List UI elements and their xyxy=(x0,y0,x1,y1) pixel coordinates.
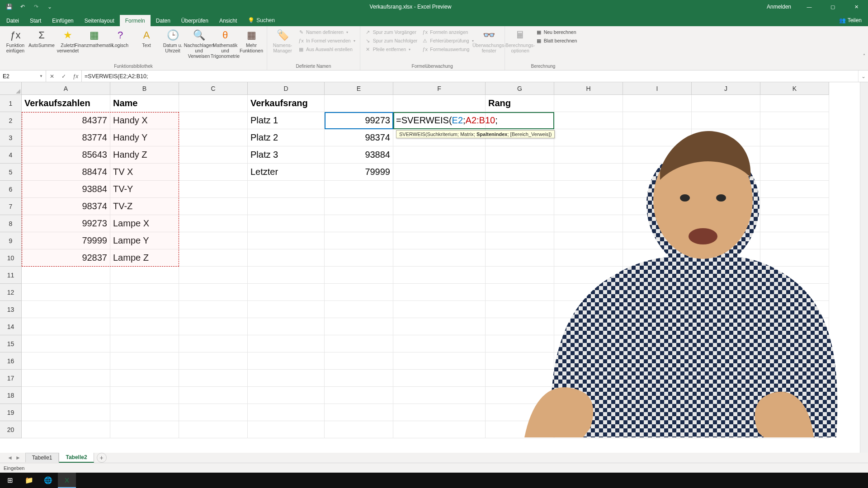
cell-E15[interactable] xyxy=(325,335,393,352)
cell-G10[interactable] xyxy=(486,249,554,267)
cell-D18[interactable] xyxy=(248,387,325,404)
edge-icon[interactable]: 🌐 xyxy=(39,473,57,488)
column-header-E[interactable]: E xyxy=(325,82,393,95)
column-header-B[interactable]: B xyxy=(110,82,179,95)
collapse-ribbon-icon[interactable]: ˄ xyxy=(863,53,865,58)
cell-H4[interactable] xyxy=(554,146,623,164)
cell-H12[interactable] xyxy=(554,284,623,301)
cell-I11[interactable] xyxy=(623,267,692,284)
cell-A13[interactable] xyxy=(22,301,110,318)
cell-D20[interactable] xyxy=(248,421,325,438)
fx-button-icon[interactable]: ƒx xyxy=(70,73,81,80)
vertical-scrollbar[interactable] xyxy=(860,82,868,453)
cell-H10[interactable] xyxy=(554,249,623,267)
row-header-8[interactable]: 8 xyxy=(0,215,22,232)
cell-K5[interactable] xyxy=(760,164,829,181)
cell-H14[interactable] xyxy=(554,318,623,335)
row-header-18[interactable]: 18 xyxy=(0,387,22,404)
cell-H3[interactable] xyxy=(554,129,623,146)
enter-icon[interactable]: ✓ xyxy=(58,73,70,80)
cell-D4[interactable]: Platz 3 xyxy=(248,146,325,164)
row-header-16[interactable]: 16 xyxy=(0,352,22,370)
cell-F18[interactable] xyxy=(393,387,486,404)
cell-G19[interactable] xyxy=(486,404,554,421)
minimize-button[interactable]: — xyxy=(799,0,819,14)
cell-J11[interactable] xyxy=(692,267,760,284)
cell-I13[interactable] xyxy=(623,301,692,318)
cell-D2[interactable]: Platz 1 xyxy=(248,112,325,129)
cell-E17[interactable] xyxy=(325,370,393,387)
row-header-6[interactable]: 6 xyxy=(0,181,22,198)
cell-E5[interactable]: 79999 xyxy=(325,164,393,181)
column-header-I[interactable]: I xyxy=(623,82,692,95)
cell-B5[interactable]: TV X xyxy=(110,164,179,181)
cell-F15[interactable] xyxy=(393,335,486,352)
cell-B2[interactable]: Handy X xyxy=(110,112,179,129)
cell-F17[interactable] xyxy=(393,370,486,387)
cell-E1[interactable] xyxy=(325,95,393,112)
cell-C7[interactable] xyxy=(179,198,248,215)
row-header-2[interactable]: 2 xyxy=(0,112,22,129)
cell-B1[interactable]: Name xyxy=(110,95,179,112)
cell-A12[interactable] xyxy=(22,284,110,301)
sheet-next-icon[interactable]: ► xyxy=(15,455,21,461)
autosum-button[interactable]: ΣAutoSumme xyxy=(29,27,54,48)
cell-D3[interactable]: Platz 2 xyxy=(248,129,325,146)
column-header-F[interactable]: F xyxy=(393,82,486,95)
cell-I2[interactable] xyxy=(623,112,692,129)
cell-B10[interactable]: Lampe Z xyxy=(110,249,179,267)
cell-D7[interactable] xyxy=(248,198,325,215)
column-header-G[interactable]: G xyxy=(486,82,554,95)
file-explorer-icon[interactable]: 📁 xyxy=(20,473,38,488)
cell-C4[interactable] xyxy=(179,146,248,164)
cell-C20[interactable] xyxy=(179,421,248,438)
cell-D9[interactable] xyxy=(248,232,325,249)
cell-G17[interactable] xyxy=(486,370,554,387)
row-header-3[interactable]: 3 xyxy=(0,129,22,146)
sheet-prev-icon[interactable]: ◄ xyxy=(7,455,13,461)
row-header-14[interactable]: 14 xyxy=(0,318,22,335)
cell-E8[interactable] xyxy=(325,215,393,232)
cell-B4[interactable]: Handy Z xyxy=(110,146,179,164)
tab-insert[interactable]: Einfügen xyxy=(47,15,79,26)
cell-H19[interactable] xyxy=(554,404,623,421)
cell-J19[interactable] xyxy=(692,404,760,421)
cell-D16[interactable] xyxy=(248,352,325,370)
cell-G15[interactable] xyxy=(486,335,554,352)
cell-D15[interactable] xyxy=(248,335,325,352)
cell-C19[interactable] xyxy=(179,404,248,421)
cell-J18[interactable] xyxy=(692,387,760,404)
cell-E19[interactable] xyxy=(325,404,393,421)
row-header-4[interactable]: 4 xyxy=(0,146,22,164)
cell-H17[interactable] xyxy=(554,370,623,387)
row-header-10[interactable]: 10 xyxy=(0,249,22,267)
cell-J2[interactable] xyxy=(692,112,760,129)
cell-H9[interactable] xyxy=(554,232,623,249)
account-button[interactable]: Anmelden xyxy=(762,4,796,10)
cell-K18[interactable] xyxy=(760,387,829,404)
tab-formulas[interactable]: Formeln xyxy=(120,15,151,26)
cell-H18[interactable] xyxy=(554,387,623,404)
cell-H2[interactable] xyxy=(554,112,623,129)
cell-J5[interactable] xyxy=(692,164,760,181)
cell-A8[interactable]: 99273 xyxy=(22,215,110,232)
cell-B20[interactable] xyxy=(110,421,179,438)
row-header-15[interactable]: 15 xyxy=(0,335,22,352)
tab-start[interactable]: Start xyxy=(24,15,47,26)
formula-input[interactable]: =SVERWEIS(E2;A2:B10; xyxy=(82,70,858,82)
cell-E3[interactable]: 98374 xyxy=(325,129,393,146)
cell-D1[interactable]: Verkaufsrang xyxy=(248,95,325,112)
cell-E10[interactable] xyxy=(325,249,393,267)
math-button[interactable]: θMathematik und Trigonometrie xyxy=(212,27,238,59)
cell-B11[interactable] xyxy=(110,267,179,284)
cell-C9[interactable] xyxy=(179,232,248,249)
cell-G13[interactable] xyxy=(486,301,554,318)
cell-B7[interactable]: TV-Z xyxy=(110,198,179,215)
tab-file[interactable]: Datei xyxy=(1,15,24,26)
excel-taskbar-icon[interactable]: X xyxy=(58,473,76,488)
cell-G12[interactable] xyxy=(486,284,554,301)
row-header-1[interactable]: 1 xyxy=(0,95,22,112)
row-header-17[interactable]: 17 xyxy=(0,370,22,387)
cell-B18[interactable] xyxy=(110,387,179,404)
cell-A15[interactable] xyxy=(22,335,110,352)
